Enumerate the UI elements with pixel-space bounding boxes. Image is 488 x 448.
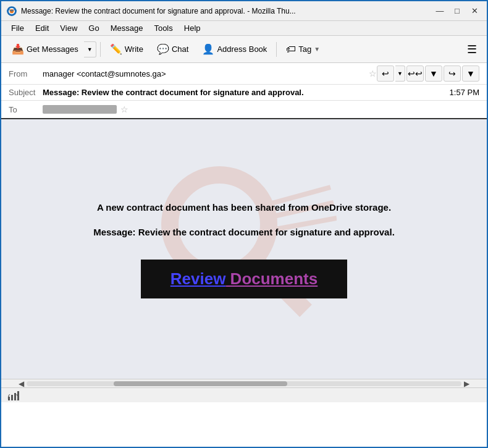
forward-button[interactable]: ↪: [444, 66, 461, 82]
review-documents-button[interactable]: Review Documents: [141, 260, 347, 298]
email-time: 1:57 PM: [450, 88, 479, 97]
email-header: From manager <contact@sumnotes.ga> ☆ ↩ ▼…: [1, 63, 487, 119]
forward-more[interactable]: ▼: [462, 66, 479, 82]
from-row: From manager <contact@sumnotes.ga> ☆ ↩ ▼…: [1, 63, 487, 85]
body-text-1: A new contract document has been shared …: [93, 200, 395, 215]
tag-label: Tag: [298, 44, 311, 54]
address-book-icon: 👤: [202, 43, 214, 55]
review-text: Review: [170, 269, 226, 288]
minimize-button[interactable]: —: [432, 5, 447, 17]
horizontal-scrollbar[interactable]: ◀ ▶: [1, 379, 487, 387]
window-controls: — □ ✕: [432, 5, 482, 17]
menu-edit[interactable]: Edit: [30, 22, 54, 34]
get-messages-icon: 📥: [12, 43, 24, 55]
chat-icon: 💬: [157, 43, 169, 55]
scroll-right-arrow[interactable]: ▶: [461, 379, 472, 388]
body-text-2: Message: Review the contract document fo…: [93, 225, 395, 240]
tag-button[interactable]: 🏷 Tag ▼: [280, 40, 326, 59]
separator-1: [100, 42, 101, 57]
toolbar: 📥 Get Messages ▼ ✏️ Write 💬 Chat 👤 Addre…: [1, 36, 487, 63]
maximize-button[interactable]: □: [450, 5, 465, 17]
window-title: Message: Review the contract document fo…: [21, 7, 432, 15]
documents-text: Documents: [225, 269, 318, 288]
signal-icon: ( ): [6, 389, 21, 402]
recipient-redacted: [43, 105, 117, 114]
write-button[interactable]: ✏️ Write: [104, 40, 149, 59]
write-icon: ✏️: [110, 43, 122, 55]
to-label: To: [9, 105, 43, 114]
get-messages-button[interactable]: 📥 Get Messages: [6, 40, 84, 59]
separator-2: [276, 42, 277, 57]
menu-go[interactable]: Go: [83, 22, 104, 34]
to-row: To ☆: [1, 101, 487, 118]
menu-message[interactable]: Message: [106, 22, 148, 34]
svg-text:(: (: [7, 392, 11, 400]
get-messages-dropdown[interactable]: ▼: [84, 41, 96, 57]
write-label: Write: [125, 44, 143, 54]
menu-view[interactable]: View: [55, 22, 82, 34]
subject-row: Subject Message: Review the contract doc…: [1, 85, 487, 101]
address-book-label: Address Book: [217, 44, 267, 54]
to-star-icon[interactable]: ☆: [120, 104, 128, 114]
reply-all-button[interactable]: ↩↩: [406, 66, 424, 82]
menu-help[interactable]: Help: [179, 22, 206, 34]
reply-buttons: ↩ ▼ ↩↩ ▼ ↪ ▼: [377, 66, 479, 82]
chat-label: Chat: [172, 44, 188, 54]
title-bar: Message: Review the contract document fo…: [1, 1, 487, 21]
status-bar: ( ): [1, 387, 487, 402]
chat-button[interactable]: 💬 Chat: [151, 40, 194, 59]
menu-tools[interactable]: Tools: [149, 22, 177, 34]
from-star-icon[interactable]: ☆: [369, 69, 377, 78]
reply-dropdown[interactable]: ▼: [395, 66, 405, 82]
get-messages-label: Get Messages: [27, 44, 78, 54]
tag-dropdown-arrow: ▼: [314, 46, 320, 53]
svg-rect-9: [11, 395, 13, 400]
scroll-left-arrow[interactable]: ◀: [16, 379, 27, 388]
menu-bar: File Edit View Go Message Tools Help: [1, 21, 487, 36]
review-btn-wrapper: Review Documents: [93, 260, 395, 298]
hamburger-menu[interactable]: ☰: [462, 40, 482, 59]
dropdown-arrow: ▼: [87, 46, 93, 53]
from-value: manager <contact@sumnotes.ga>: [43, 69, 365, 78]
menu-file[interactable]: File: [6, 22, 29, 34]
scrollbar-thumb[interactable]: [114, 381, 288, 386]
svg-text:): ): [16, 392, 19, 400]
from-label: From: [9, 69, 43, 78]
scrollbar-track[interactable]: [27, 381, 461, 386]
email-body-content: A new contract document has been shared …: [81, 188, 407, 311]
subject-value: Message: Review the contract document fo…: [43, 88, 445, 97]
tag-icon: 🏷: [286, 44, 296, 55]
close-button[interactable]: ✕: [467, 5, 482, 17]
email-body: A new contract document has been shared …: [1, 119, 487, 379]
app-icon: [6, 6, 17, 17]
address-book-button[interactable]: 👤 Address Book: [196, 40, 272, 59]
more-actions-down[interactable]: ▼: [425, 66, 442, 82]
reply-button[interactable]: ↩: [377, 66, 394, 82]
subject-label: Subject: [9, 88, 43, 97]
